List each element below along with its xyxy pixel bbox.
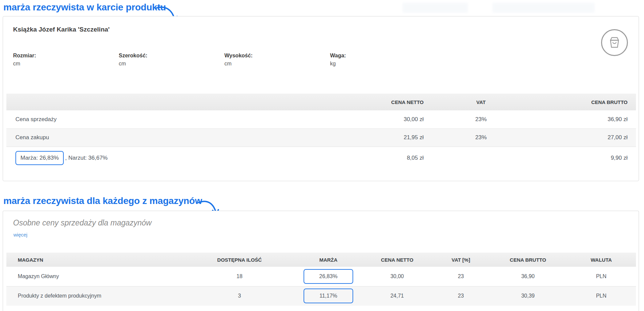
table-row: Cena zakupu 21,95 zł 23% 27,00 zł [6, 128, 636, 147]
header-cena-brutto: CENA BRUTTO [536, 94, 636, 110]
magazyn-name: Magazyn Główny [6, 267, 184, 286]
product-dimensions: Rozmiar: cm Szerokość: cm Wysokość: cm W… [13, 52, 436, 68]
header-cena-brutto: CENA BRUTTO [489, 253, 567, 267]
ghost-button [402, 3, 468, 13]
ilosc-value: 3 [184, 286, 295, 306]
table-row: Magazyn Główny 18 26,83% 30,00 23 36,90 … [6, 267, 636, 286]
cena-netto-value: 30,00 [362, 267, 432, 286]
marza-highlight-box: Marża: 26,83% [15, 151, 64, 165]
cena-netto-value: 21,95 zł [325, 128, 426, 147]
waluta-value: PLN [567, 286, 636, 306]
dimension-field: Rozmiar: cm [13, 52, 119, 68]
row-label: Cena zakupu [6, 128, 325, 147]
header-magazyn: MAGAZYN [6, 253, 184, 267]
dimension-label: Rozmiar: [13, 52, 119, 60]
annotation-heading-product-margin: marża rzeczywista w karcie produktu [3, 2, 166, 13]
cena-brutto-value: 36,90 zł [536, 110, 636, 128]
header-dostepna-ilosc: DOSTĘPNA ILOŚĆ [184, 253, 295, 267]
vat-value: 23% [426, 110, 536, 128]
marza-highlight-box: 11,17% [304, 289, 353, 303]
header-empty [6, 94, 325, 110]
warehouse-prices-card: Osobne ceny sprzedaży dla magazynów więc… [3, 211, 639, 311]
dimension-label: Wysokość: [224, 52, 330, 60]
dimension-unit: cm [13, 60, 119, 68]
header-vat: VAT [426, 94, 536, 110]
header-cena-netto: CENA NETTO [325, 94, 426, 110]
price-table-header-row: CENA NETTO VAT CENA BRUTTO [6, 94, 636, 110]
marza-cell: 11,17% [295, 286, 362, 306]
cena-netto-value: 30,00 zł [325, 110, 426, 128]
dimension-label: Waga: [330, 52, 436, 60]
table-row-margin: Marża: 26,83%, Narzut: 36,67% 8,05 zł 9,… [6, 147, 636, 169]
marza-highlight-box: 26,83% [304, 269, 353, 284]
price-table: CENA NETTO VAT CENA BRUTTO Cena sprzedaż… [6, 94, 636, 169]
product-title: Książka Józef Karika 'Szczelina' [13, 26, 110, 33]
dimension-unit: cm [224, 60, 330, 68]
margin-cell: Marża: 26,83%, Narzut: 36,67% [6, 147, 325, 169]
package-icon [607, 35, 622, 50]
warehouse-table: MAGAZYN DOSTĘPNA ILOŚĆ MARŻA CENA NETTO … [6, 253, 636, 306]
cena-brutto-value: 9,90 zł [536, 147, 636, 169]
dimension-label: Szerokość: [119, 52, 224, 60]
ilosc-value: 18 [184, 267, 295, 286]
dimension-unit: kg [330, 60, 436, 68]
cena-brutto-value: 30,39 [489, 286, 567, 306]
vat-value: 23 [432, 286, 489, 306]
cena-brutto-value: 27,00 zł [536, 128, 636, 147]
magazyn-name: Produkty z defektem produkcyjnym [6, 286, 184, 306]
dimension-field: Waga: kg [330, 52, 436, 68]
warehouse-table-header-row: MAGAZYN DOSTĘPNA ILOŚĆ MARŻA CENA NETTO … [6, 253, 636, 267]
cena-brutto-value: 36,90 [489, 267, 567, 286]
header-marza: MARŻA [295, 253, 362, 267]
warehouse-section-title: Osobne ceny sprzedaży dla magazynów [13, 218, 152, 227]
row-label: Cena sprzedaży [6, 110, 325, 128]
header-vat: VAT [%] [432, 253, 489, 267]
product-card: Książka Józef Karika 'Szczelina' Rozmiar… [3, 16, 639, 181]
annotation-heading-warehouse-margin: marża rzeczywista dla każdego z magazynó… [3, 196, 202, 206]
dimension-unit: cm [119, 60, 224, 68]
header-waluta: WALUTA [567, 253, 636, 267]
vat-value: 23% [426, 128, 536, 147]
table-row: Produkty z defektem produkcyjnym 3 11,17… [6, 286, 636, 306]
dimension-field: Szerokość: cm [119, 52, 224, 68]
more-link[interactable]: więcej [13, 232, 28, 238]
header-cena-netto: CENA NETTO [362, 253, 432, 267]
waluta-value: PLN [567, 267, 636, 286]
vat-value: 23 [432, 267, 489, 286]
table-row: Cena sprzedaży 30,00 zł 23% 36,90 zł [6, 110, 636, 128]
narzut-label: , Narzut: 36,67% [65, 155, 108, 161]
dimension-field: Wysokość: cm [224, 52, 330, 68]
cena-netto-value: 24,71 [362, 286, 432, 306]
ghost-button [492, 3, 595, 13]
cena-netto-value: 8,05 zł [325, 147, 426, 169]
vat-value [426, 147, 536, 169]
product-image-placeholder [601, 29, 628, 56]
marza-cell: 26,83% [295, 267, 362, 286]
